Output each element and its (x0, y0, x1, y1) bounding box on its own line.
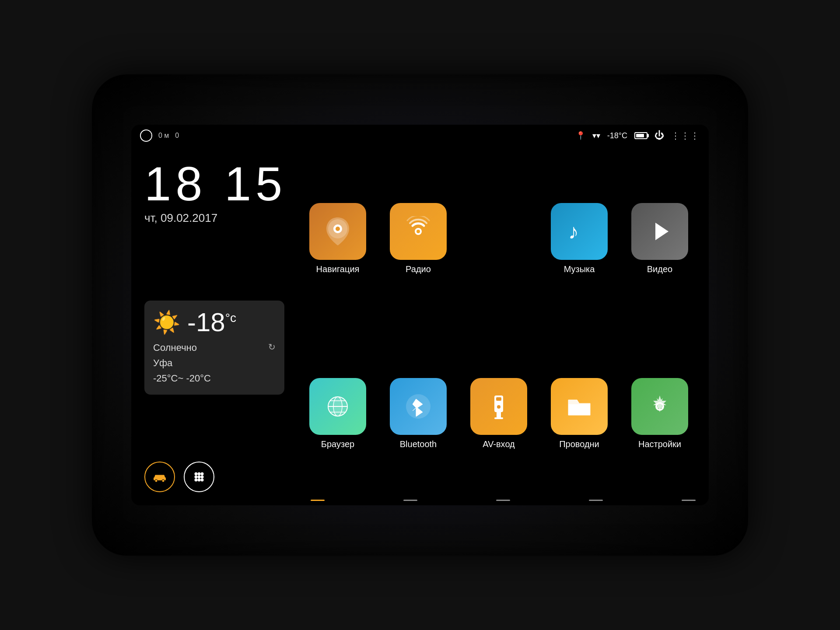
svg-point-14 (336, 227, 340, 231)
weather-info: Солнечно ↻ Уфа -25°С~ -20°С (153, 340, 276, 386)
settings-label: Настройки (638, 439, 681, 449)
svg-marker-18 (655, 223, 668, 240)
location-icon: 📍 (576, 131, 585, 140)
svg-rect-28 (494, 417, 503, 419)
svg-point-11 (201, 479, 204, 482)
page-dot-5[interactable] (682, 500, 696, 501)
status-count1: 0 м (158, 132, 169, 140)
svg-text:♪: ♪ (568, 220, 579, 243)
browser-icon-box (309, 378, 366, 435)
page-dot-1[interactable] (311, 500, 325, 501)
battery-fill (636, 134, 644, 137)
files-icon-box (551, 378, 608, 435)
clock-display: 18 15 (144, 160, 284, 208)
sun-icon: ☀️ (153, 310, 180, 335)
temperature-status: -18°C (607, 131, 627, 140)
temperature-value: -18 (187, 308, 225, 337)
weather-widget: ☀️ -18°с Солнечно ↻ Уфа -25°С~ -20°С (144, 301, 284, 395)
temp-display: -18°с (187, 309, 236, 336)
av-label: AV-вход (483, 439, 515, 449)
app-radio[interactable]: Радио (382, 203, 454, 274)
svg-point-5 (201, 472, 204, 476)
navigation-icon (309, 203, 366, 260)
refresh-icon[interactable]: ↻ (268, 340, 276, 354)
page-indicators (298, 500, 709, 501)
svg-point-6 (195, 476, 198, 479)
navigation-label: Навигация (316, 264, 360, 274)
radio-label: Радио (406, 264, 431, 274)
left-panel: 18 15 чт, 09.02.2017 ☀️ -18°с Солнечно ↻ (131, 147, 298, 505)
clock-hours: 18 (144, 157, 206, 210)
page-dot-3[interactable] (496, 500, 510, 501)
svg-point-7 (198, 476, 201, 479)
weather-condition: Солнечно (153, 342, 197, 353)
svg-point-8 (201, 476, 204, 479)
wifi-icon: ▾▾ (592, 131, 600, 140)
app-av[interactable]: AV-вход (463, 378, 535, 449)
moon-icon (140, 130, 152, 142)
svg-point-9 (195, 479, 198, 482)
bluetooth-icon-box (390, 378, 447, 435)
svg-point-10 (198, 479, 201, 482)
svg-point-4 (198, 472, 201, 476)
clock-minutes: 15 (224, 157, 287, 210)
app-browser[interactable]: Браузер (302, 378, 374, 449)
bluetooth-label: Bluetooth (400, 439, 437, 449)
weather-city: Уфа (153, 357, 172, 368)
browser-label: Браузер (321, 439, 354, 449)
svg-point-3 (195, 472, 198, 476)
car-button[interactable] (144, 462, 175, 492)
music-icon: ♪ (551, 203, 608, 260)
bottom-icons (144, 457, 284, 497)
app-music[interactable]: ♪ Музыка (543, 203, 615, 274)
files-label: Проводни (559, 439, 599, 449)
svg-point-16 (416, 230, 420, 233)
weather-top: ☀️ -18°с (153, 309, 276, 336)
status-left: 0 м 0 (140, 130, 179, 142)
status-right: 📍 ▾▾ -18°C ⏻ ⋮⋮⋮ (576, 130, 700, 141)
page-dot-4[interactable] (589, 500, 603, 501)
screen: 0 м 0 📍 ▾▾ -18°C ⏻ ⋮⋮⋮ (131, 125, 709, 505)
app-drawer-icon[interactable]: ⋮⋮⋮ (671, 130, 700, 141)
music-label: Музыка (564, 264, 595, 274)
svg-point-2 (162, 480, 164, 482)
date-display: чт, 09.02.2017 (144, 211, 284, 225)
svg-point-27 (497, 405, 500, 409)
battery-body (634, 132, 648, 139)
weather-range: -25°С~ -20°С (153, 373, 211, 384)
app-files[interactable]: Проводни (543, 378, 615, 449)
status-count2: 0 (175, 132, 179, 140)
svg-point-1 (155, 480, 158, 482)
app-settings[interactable]: Настройки (624, 378, 696, 449)
grid-button[interactable] (184, 462, 214, 492)
svg-rect-26 (496, 397, 501, 401)
app-video[interactable]: Видео (624, 203, 696, 274)
page-dot-2[interactable] (403, 500, 417, 501)
video-icon-box (631, 203, 688, 260)
temp-unit: °с (225, 311, 236, 325)
app-navigation[interactable]: Навигация (302, 203, 374, 274)
outer-frame: 0 м 0 📍 ▾▾ -18°C ⏻ ⋮⋮⋮ (92, 74, 748, 556)
main-content: 18 15 чт, 09.02.2017 ☀️ -18°с Солнечно ↻ (131, 147, 709, 505)
battery-icon (634, 132, 648, 139)
app-grid: Навигация Радио (298, 147, 709, 505)
status-bar: 0 м 0 📍 ▾▾ -18°C ⏻ ⋮⋮⋮ (131, 125, 709, 147)
radio-icon (390, 203, 447, 260)
video-label: Видео (647, 264, 672, 274)
clock-section: 18 15 чт, 09.02.2017 (144, 160, 284, 225)
av-icon-box (470, 378, 527, 435)
settings-icon-box (631, 378, 688, 435)
app-bluetooth[interactable]: Bluetooth (382, 378, 454, 449)
power-icon[interactable]: ⏻ (654, 130, 664, 141)
